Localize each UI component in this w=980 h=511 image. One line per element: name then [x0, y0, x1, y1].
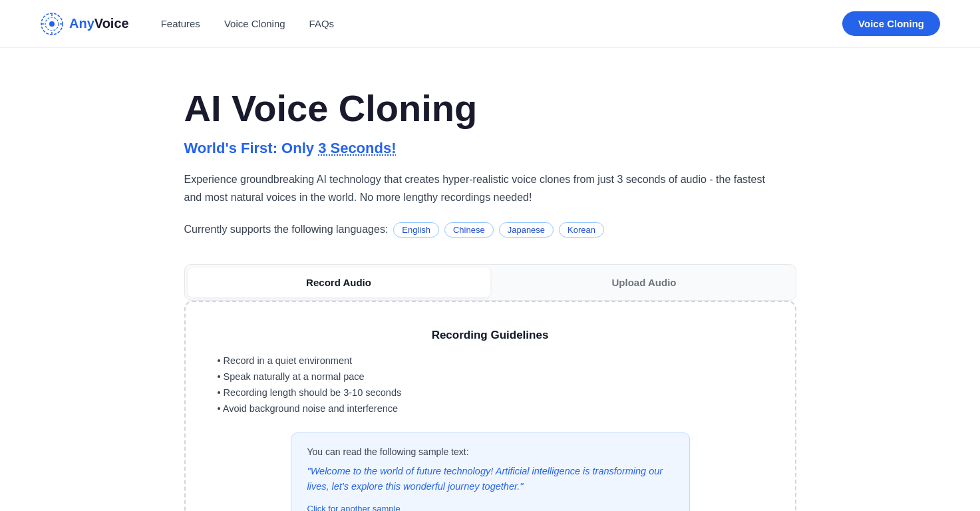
lang-english: English [393, 222, 439, 238]
logo[interactable]: AnyVoice [40, 12, 129, 36]
logo-icon [40, 12, 64, 36]
svg-point-2 [49, 21, 55, 27]
navbar: AnyVoice Features Voice Cloning FAQs Voi… [0, 0, 980, 48]
subtitle-highlight: 3 Seconds! [318, 140, 396, 156]
languages-label: Currently supports the following languag… [184, 224, 389, 236]
guideline-4: Avoid background noise and interference [218, 403, 763, 414]
sample-text-label: You can read the following sample text: [307, 446, 673, 457]
sample-text-link[interactable]: Click for another sample [307, 504, 401, 511]
hero-description: Experience groundbreaking AI technology … [184, 170, 770, 206]
logo-voice: Voice [94, 16, 129, 31]
recording-panel: Recording Guidelines Record in a quiet e… [184, 301, 796, 511]
main-content: AI Voice Cloning World's First: Only 3 S… [171, 48, 810, 511]
hero-title: AI Voice Cloning [184, 88, 796, 129]
sample-text-quote: "Welcome to the world of future technolo… [307, 464, 673, 494]
guidelines-title: Recording Guidelines [218, 329, 763, 342]
logo-any: Any [69, 16, 94, 31]
guideline-3: Recording length should be 3-10 seconds [218, 387, 763, 398]
subtitle-prefix: World's First: Only [184, 140, 319, 156]
nav-features[interactable]: Features [161, 18, 200, 29]
nav-faqs[interactable]: FAQs [309, 18, 335, 29]
languages-row: Currently supports the following languag… [184, 222, 796, 238]
lang-japanese: Japanese [499, 222, 554, 238]
nav-cta-button[interactable]: Voice Cloning [842, 11, 940, 36]
nav-voice-cloning[interactable]: Voice Cloning [224, 18, 285, 29]
guideline-2: Speak naturally at a normal pace [218, 371, 763, 382]
tab-upload-audio[interactable]: Upload Audio [493, 265, 796, 300]
guidelines-list: Record in a quiet environment Speak natu… [218, 355, 763, 414]
lang-chinese: Chinese [444, 222, 494, 238]
guideline-1: Record in a quiet environment [218, 355, 763, 366]
hero-subtitle: World's First: Only 3 Seconds! [184, 140, 796, 157]
sample-text-box: You can read the following sample text: … [291, 432, 690, 511]
audio-tabs: Record Audio Upload Audio [184, 264, 796, 301]
tab-record-audio[interactable]: Record Audio [188, 267, 490, 297]
lang-korean: Korean [559, 222, 604, 238]
